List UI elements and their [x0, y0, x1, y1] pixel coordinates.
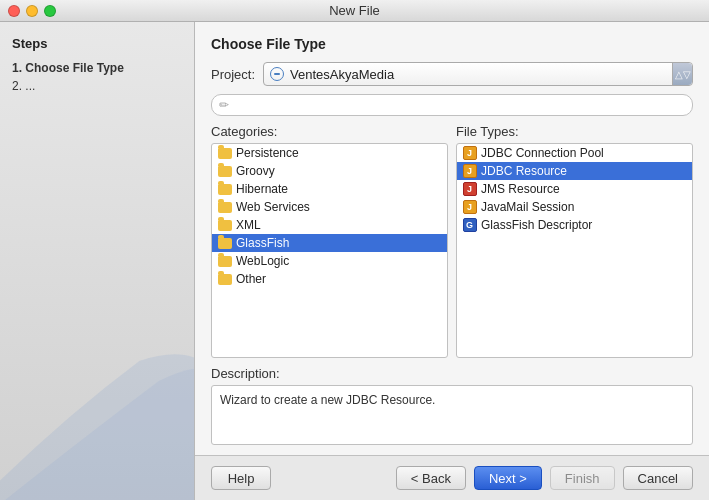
filetype-jms-resource[interactable]: JMS Resource: [457, 180, 692, 198]
search-container: ✏: [211, 94, 693, 116]
project-value: VentesAkyaMedia: [290, 67, 686, 82]
traffic-lights: [8, 5, 56, 17]
project-label: Project:: [211, 67, 255, 82]
description-box: Wizard to create a new JDBC Resource.: [211, 385, 693, 445]
category-label: Hibernate: [236, 182, 288, 196]
two-column-area: Categories: Persistence Groovy Hibernate: [211, 124, 693, 358]
filetypes-listbox[interactable]: JDBC Connection Pool JDBC Resource JMS R…: [456, 143, 693, 358]
steps-heading: Steps: [12, 36, 182, 51]
steps-list: 1. Choose File Type 2. ...: [12, 61, 182, 93]
search-row: ✏: [211, 94, 693, 116]
folder-icon: [218, 202, 232, 213]
project-select-wrapper: VentesAkyaMedia △▽: [263, 62, 693, 86]
filetype-javamail[interactable]: JavaMail Session: [457, 198, 692, 216]
category-weblogic[interactable]: WebLogic: [212, 252, 447, 270]
category-groovy[interactable]: Groovy: [212, 162, 447, 180]
jms-icon: [463, 182, 477, 196]
globe-icon: [270, 67, 284, 81]
folder-icon: [218, 166, 232, 177]
help-button[interactable]: Help: [211, 466, 271, 490]
categories-label: Categories:: [211, 124, 448, 139]
javamail-icon: [463, 200, 477, 214]
categories-column: Categories: Persistence Groovy Hibernate: [211, 124, 448, 358]
category-label: GlassFish: [236, 236, 289, 250]
steps-panel: Steps 1. Choose File Type 2. ...: [0, 22, 195, 500]
close-button[interactable]: [8, 5, 20, 17]
filetype-label: JavaMail Session: [481, 200, 574, 214]
cancel-button[interactable]: Cancel: [623, 466, 693, 490]
category-other[interactable]: Other: [212, 270, 447, 288]
filetypes-column: File Types: JDBC Connection Pool JDBC Re…: [456, 124, 693, 358]
next-button[interactable]: Next >: [474, 466, 542, 490]
category-label: WebLogic: [236, 254, 289, 268]
content-title: Choose File Type: [211, 36, 693, 52]
jdbc-icon: [463, 164, 477, 178]
jdbc-icon: [463, 146, 477, 160]
folder-icon: [218, 238, 232, 249]
category-webservices[interactable]: Web Services: [212, 198, 447, 216]
filetype-label: JDBC Resource: [481, 164, 567, 178]
step-1-label: Choose File Type: [25, 61, 123, 75]
step-2: 2. ...: [12, 79, 182, 93]
project-row: Project: VentesAkyaMedia △▽: [211, 62, 693, 86]
maximize-button[interactable]: [44, 5, 56, 17]
project-dropdown-arrow: △▽: [672, 63, 692, 85]
categories-listbox[interactable]: Persistence Groovy Hibernate Web Service…: [211, 143, 448, 358]
category-label: Persistence: [236, 146, 299, 160]
glassfish-icon: [463, 218, 477, 232]
filetype-label: GlassFish Descriptor: [481, 218, 592, 232]
category-label: Other: [236, 272, 266, 286]
main-layout: Steps 1. Choose File Type 2. ... Choose …: [0, 22, 709, 500]
project-dropdown[interactable]: VentesAkyaMedia △▽: [263, 62, 693, 86]
window-title: New File: [329, 3, 380, 18]
category-xml[interactable]: XML: [212, 216, 447, 234]
filetype-glassfish-descriptor[interactable]: GlassFish Descriptor: [457, 216, 692, 234]
folder-icon: [218, 148, 232, 159]
category-hibernate[interactable]: Hibernate: [212, 180, 447, 198]
category-label: XML: [236, 218, 261, 232]
step-2-label: ...: [25, 79, 35, 93]
content-panel: Choose File Type Project: VentesAkyaMedi…: [195, 22, 709, 500]
step-2-number: 2.: [12, 79, 22, 93]
filetype-jdbc-resource[interactable]: JDBC Resource: [457, 162, 692, 180]
back-button[interactable]: < Back: [396, 466, 466, 490]
folder-icon: [218, 274, 232, 285]
minimize-button[interactable]: [26, 5, 38, 17]
filetypes-label: File Types:: [456, 124, 693, 139]
filetype-label: JMS Resource: [481, 182, 560, 196]
filetype-jdbc-pool[interactable]: JDBC Connection Pool: [457, 144, 692, 162]
finish-button[interactable]: Finish: [550, 466, 615, 490]
description-label: Description:: [211, 366, 693, 381]
folder-icon: [218, 184, 232, 195]
category-glassfish[interactable]: GlassFish: [212, 234, 447, 252]
folder-icon: [218, 220, 232, 231]
category-label: Groovy: [236, 164, 275, 178]
title-bar: New File: [0, 0, 709, 22]
description-section: Description: Wizard to create a new JDBC…: [211, 366, 693, 445]
search-input[interactable]: [211, 94, 693, 116]
step-1: 1. Choose File Type: [12, 61, 182, 75]
step-1-number: 1.: [12, 61, 22, 75]
footer: Help < Back Next > Finish Cancel: [195, 455, 709, 500]
filetype-label: JDBC Connection Pool: [481, 146, 604, 160]
folder-icon: [218, 256, 232, 267]
category-label: Web Services: [236, 200, 310, 214]
category-persistence[interactable]: Persistence: [212, 144, 447, 162]
